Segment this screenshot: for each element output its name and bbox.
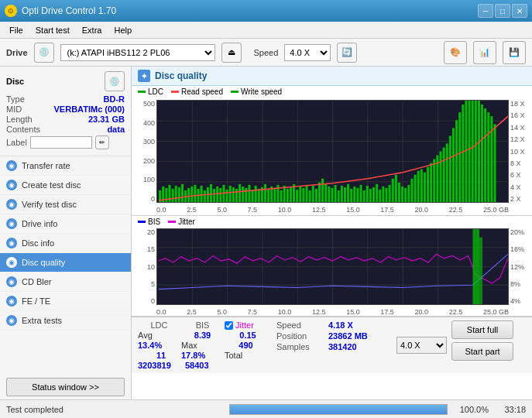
svg-rect-23 [190,187,193,202]
svg-rect-79 [369,189,372,202]
speed-select[interactable]: 4.0 X [284,44,331,61]
eject-button[interactable]: ⏏ [221,43,242,63]
chart-bottom-y-right: 20% 16% 12% 8% 4% [509,228,532,305]
sidebar-item-verify-test[interactable]: ◉ Verify test disc [0,195,131,214]
drive-info-icon: ◉ [6,218,17,229]
svg-rect-59 [305,185,307,202]
minimize-button[interactable]: ─ [478,4,493,18]
menu-bar: File Start test Extra Help [0,22,532,39]
legend-bis: BIS [138,218,160,226]
svg-rect-35 [229,186,232,202]
svg-rect-73 [350,189,352,202]
bis-legend-dot [138,221,146,223]
svg-rect-112 [475,101,477,202]
sidebar-item-cd-bler[interactable]: ◉ CD Bler [0,272,131,292]
disc-label-label: Label [6,138,27,147]
close-button[interactable]: ✕ [512,4,527,18]
chart-top-x-labels: 0.0 2.5 5.0 7.5 10.0 12.5 15.0 17.5 20.0… [156,206,509,214]
contents-value: data [107,125,125,134]
sidebar: Disc 💿 Type BD-R MID VERBATIMc (000) Len… [0,67,132,399]
svg-rect-115 [484,108,486,202]
svg-rect-88 [398,183,400,202]
ldc-max: 490 [225,341,267,350]
svg-rect-19 [178,187,180,202]
svg-rect-95 [420,170,423,202]
nav-label-extra-tests: Extra tests [22,316,62,325]
nav-label-disc-quality: Disc quality [22,258,65,267]
config-button-3[interactable]: 💾 [503,41,526,64]
svg-rect-68 [335,185,337,202]
contents-label: Contents [6,125,40,134]
jitter-legend-dot [168,221,176,223]
svg-rect-29 [210,184,212,202]
svg-rect-30 [213,189,215,202]
start-part-button[interactable]: Start part [451,342,513,361]
jitter-checkbox[interactable] [225,321,233,330]
type-label: Type [6,94,25,104]
ldc-legend-label: LDC [148,87,163,96]
disc-label-input[interactable] [30,136,92,149]
bis-col-header: BIS [181,320,224,330]
menu-help[interactable]: Help [108,24,138,36]
svg-rect-77 [363,190,366,202]
svg-rect-80 [372,187,375,202]
time-text: 33:18 [495,405,526,414]
svg-rect-18 [175,186,177,202]
svg-rect-105 [452,128,455,202]
config-button-2[interactable]: 📊 [473,41,496,64]
svg-rect-113 [478,101,480,202]
speed-output-select[interactable]: 4.0 X [396,337,447,354]
jitter-legend-label: Jitter [178,218,195,226]
svg-rect-132 [476,229,479,304]
status-bar: Test completed 100.0% 33:18 [0,399,532,418]
sidebar-item-disc-info[interactable]: ◉ Disc info [0,234,131,253]
svg-rect-118 [493,124,496,202]
sidebar-item-create-test[interactable]: ◉ Create test disc [0,176,131,195]
svg-rect-40 [245,188,247,202]
drive-icon-btn[interactable]: 💿 [34,43,54,63]
disc-section-title: Disc [6,77,24,86]
progress-bar-container [229,404,448,415]
label-edit-btn[interactable]: ✏ [95,135,109,149]
svg-rect-57 [299,187,301,202]
svg-rect-34 [226,190,228,202]
chart-bottom-area [156,228,509,305]
sidebar-item-extra-tests[interactable]: ◉ Extra tests [0,311,131,331]
menu-file[interactable]: File [3,24,29,36]
chart-top-container: LDC Read speed Write speed 500 400 300 2… [132,86,532,216]
sidebar-item-disc-quality[interactable]: ◉ Disc quality [0,253,131,272]
start-full-button[interactable]: Start full [451,320,513,339]
stats-grid: LDC BIS Jitter Avg 8.39 0.15 13.4% Max 4… [138,320,267,370]
main-layout: Disc 💿 Type BD-R MID VERBATIMc (000) Len… [0,67,532,399]
disc-info-icon: 💿 [105,71,125,91]
action-buttons: Start full Start part [451,320,513,370]
refresh-button[interactable]: 🔄 [337,43,357,63]
menu-start-test[interactable]: Start test [29,24,76,36]
svg-rect-72 [347,184,349,202]
svg-rect-66 [328,187,330,202]
svg-rect-47 [267,190,269,202]
svg-rect-37 [235,189,238,202]
svg-rect-36 [232,187,235,202]
config-button-1[interactable]: 🎨 [444,41,467,64]
sidebar-item-drive-info[interactable]: ◉ Drive info [0,214,131,234]
svg-rect-56 [296,190,298,202]
sidebar-item-fe-te[interactable]: ◉ FE / TE [0,292,131,311]
nav-label-fe-te: FE / TE [22,296,50,306]
svg-rect-133 [479,238,482,304]
status-window-button[interactable]: Status window >> [6,378,125,396]
drive-select[interactable]: (k:) ATAPI iHBS112 2 PL06 [60,44,215,61]
samples-info-label: Samples [276,342,327,351]
sidebar-item-transfer-rate[interactable]: ◉ Transfer rate [0,156,131,176]
menu-extra[interactable]: Extra [76,24,108,36]
svg-rect-39 [242,187,244,202]
svg-rect-65 [324,184,327,202]
nav-label-verify-test: Verify test disc [22,200,77,209]
svg-rect-64 [321,179,324,202]
svg-rect-82 [379,190,381,202]
maximize-button[interactable]: □ [495,4,510,18]
svg-rect-97 [427,167,429,202]
speed-info-value: 4.18 X [328,320,390,330]
svg-rect-75 [356,188,359,202]
svg-rect-103 [446,143,448,202]
